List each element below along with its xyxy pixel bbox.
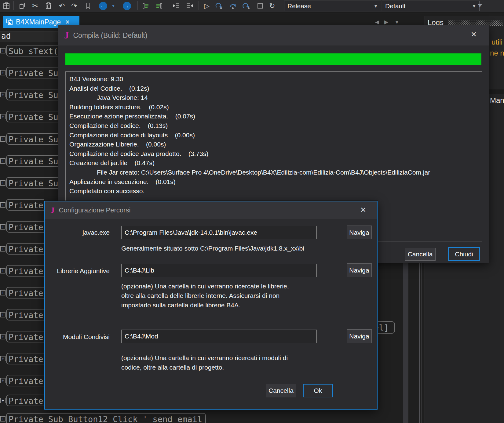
collapsed-sub[interactable]: Private Su bbox=[6, 89, 58, 100]
code-row: Private bbox=[0, 352, 44, 367]
navigate-back-icon[interactable]: ← bbox=[97, 1, 109, 11]
back-history-dropdown-icon[interactable]: ▼ bbox=[110, 1, 117, 11]
close-icon[interactable]: ✕ bbox=[360, 206, 366, 214]
bookmark-icon[interactable] bbox=[82, 1, 94, 11]
build-progress-bar bbox=[65, 53, 481, 65]
cancel-button[interactable]: Cancella bbox=[405, 248, 436, 261]
code-row: Private bbox=[0, 243, 44, 257]
expand-icon[interactable] bbox=[0, 92, 5, 97]
collapsed-sub[interactable]: Private Su bbox=[6, 133, 58, 145]
expand-icon[interactable] bbox=[0, 356, 5, 361]
cut-icon[interactable]: ✂ bbox=[29, 1, 41, 11]
editor-code-fragment: ad bbox=[0, 31, 58, 42]
browse-javac-button[interactable]: Naviga bbox=[347, 226, 372, 239]
collapsed-sub[interactable]: Private bbox=[6, 221, 44, 233]
browse-shared-modules-button[interactable]: Naviga bbox=[347, 329, 372, 343]
collapsed-sub[interactable]: Private bbox=[6, 353, 44, 364]
uncomment-icon[interactable] bbox=[153, 1, 165, 11]
comment-icon[interactable] bbox=[140, 1, 152, 11]
collapsed-sub[interactable]: Private bbox=[6, 199, 44, 211]
expand-icon[interactable] bbox=[0, 246, 5, 251]
collapsed-sub[interactable]: Private Su bbox=[6, 111, 58, 122]
redo-icon[interactable]: ↷ bbox=[68, 1, 80, 11]
browse-libraries-button[interactable]: Naviga bbox=[347, 263, 372, 277]
close-icon[interactable]: ✕ bbox=[471, 31, 477, 38]
code-row: Private bbox=[0, 331, 44, 345]
log-line: Analisi del Codice. (0.12s) bbox=[69, 84, 478, 93]
log-text-clipped: utili bbox=[491, 38, 502, 46]
collapsed-sub[interactable]: Sub sText( bbox=[6, 45, 58, 56]
tab-close-icon[interactable]: ✕ bbox=[65, 19, 70, 26]
code-row: Private Su bbox=[0, 67, 58, 81]
ok-button[interactable]: Ok bbox=[303, 384, 333, 397]
toolbar-separator bbox=[13, 1, 14, 10]
expand-icon[interactable] bbox=[0, 268, 5, 273]
profile-select[interactable]: Default ▼ bbox=[382, 1, 480, 11]
close-button[interactable]: Chiudi bbox=[448, 247, 480, 261]
build-configuration-select[interactable]: Release ▼ bbox=[284, 1, 381, 11]
log-line: Esecuzione azione personalizzata. (0.07s… bbox=[69, 112, 478, 121]
paths-dialog-titlebar[interactable]: J Configurazione Percorsi bbox=[45, 201, 377, 219]
navigate-forward-icon[interactable]: → bbox=[121, 1, 133, 11]
expand-icon[interactable] bbox=[0, 416, 5, 421]
code-row: Private Su bbox=[0, 110, 58, 125]
copy-icon[interactable] bbox=[16, 1, 28, 11]
expand-icon[interactable] bbox=[0, 378, 5, 383]
libraries-help-text: impostarlo sulla cartella delle librerie… bbox=[121, 300, 240, 310]
code-row: Private bbox=[0, 265, 44, 279]
stop-icon[interactable] bbox=[254, 1, 266, 11]
collapsed-sub[interactable]: Private Su bbox=[6, 155, 58, 167]
expand-icon[interactable] bbox=[0, 334, 5, 339]
expand-icon[interactable] bbox=[0, 290, 5, 295]
code-row: Private bbox=[0, 394, 44, 408]
collapsed-sub[interactable]: Private bbox=[6, 243, 44, 255]
collapsed-sub[interactable]: Private bbox=[6, 395, 44, 406]
expand-icon[interactable] bbox=[0, 180, 5, 186]
toolbar-separator bbox=[95, 1, 95, 10]
compile-dialog-titlebar[interactable]: J Compila (Build: Default) bbox=[58, 25, 489, 45]
log-line: Java Versione: 14 bbox=[69, 93, 478, 103]
step-into-icon[interactable] bbox=[213, 1, 225, 11]
collapsed-sub[interactable]: Private Su bbox=[6, 67, 58, 78]
profile-value: Default bbox=[385, 2, 406, 10]
collapsed-sub[interactable]: Private bbox=[6, 287, 44, 298]
collapsed-sub[interactable]: Private bbox=[6, 309, 44, 320]
expand-icon[interactable] bbox=[0, 114, 5, 119]
restart-icon[interactable]: ↻ bbox=[266, 1, 278, 11]
step-out-icon[interactable] bbox=[241, 1, 252, 11]
layout-menu-icon[interactable]: ▬▼ bbox=[474, 0, 486, 10]
cancel-button[interactable]: Cancella bbox=[266, 384, 296, 397]
run-icon[interactable]: ▷ bbox=[201, 1, 213, 11]
outdent-icon[interactable] bbox=[170, 1, 182, 11]
expand-icon[interactable] bbox=[0, 136, 5, 142]
shared-modules-path-input[interactable]: C:\B4J\Mod bbox=[121, 330, 317, 343]
collapsed-sub[interactable]: Private bbox=[6, 375, 44, 386]
collapsed-sub[interactable]: Private Sub Button12_Click ' send email bbox=[6, 413, 206, 423]
expand-icon[interactable] bbox=[0, 202, 5, 208]
log-line: File Jar creato: C:\Users\Surface Pro 4\… bbox=[69, 168, 478, 177]
expand-icon[interactable] bbox=[0, 224, 5, 230]
code-row: Private Su bbox=[0, 177, 58, 191]
tab-scroll-right-icon[interactable]: ▶ bbox=[384, 19, 388, 25]
paths-dialog-title: Configurazione Percorsi bbox=[59, 206, 131, 214]
step-over-icon[interactable] bbox=[227, 1, 239, 11]
tab-scroll-left-icon[interactable]: ◀ bbox=[375, 19, 379, 25]
undo-icon[interactable]: ↶ bbox=[56, 1, 68, 11]
javac-path-input[interactable]: C:\Program Files\Java\jdk-14.0.1\bin\jav… bbox=[121, 226, 317, 239]
tab-list-dropdown-icon[interactable]: ▼ bbox=[395, 20, 399, 25]
expand-icon[interactable] bbox=[0, 70, 5, 75]
expand-icon[interactable] bbox=[0, 312, 5, 317]
libraries-path-input[interactable]: C:\B4J\Lib bbox=[121, 264, 317, 277]
collapsed-sub[interactable]: Private bbox=[6, 331, 44, 342]
paste-icon[interactable] bbox=[43, 1, 54, 11]
expand-icon[interactable] bbox=[0, 158, 5, 164]
expand-icon[interactable] bbox=[0, 48, 5, 53]
log-line: Applicazione in esecuzione. (0.01s) bbox=[69, 177, 478, 187]
code-row: Private bbox=[0, 374, 44, 389]
indent-icon[interactable] bbox=[184, 1, 195, 11]
collapsed-sub[interactable]: Private Su bbox=[6, 177, 58, 189]
toolbar-separator bbox=[80, 1, 80, 10]
new-project-icon[interactable] bbox=[1, 1, 12, 11]
collapsed-sub[interactable]: Private bbox=[6, 265, 44, 277]
expand-icon[interactable] bbox=[0, 398, 5, 403]
